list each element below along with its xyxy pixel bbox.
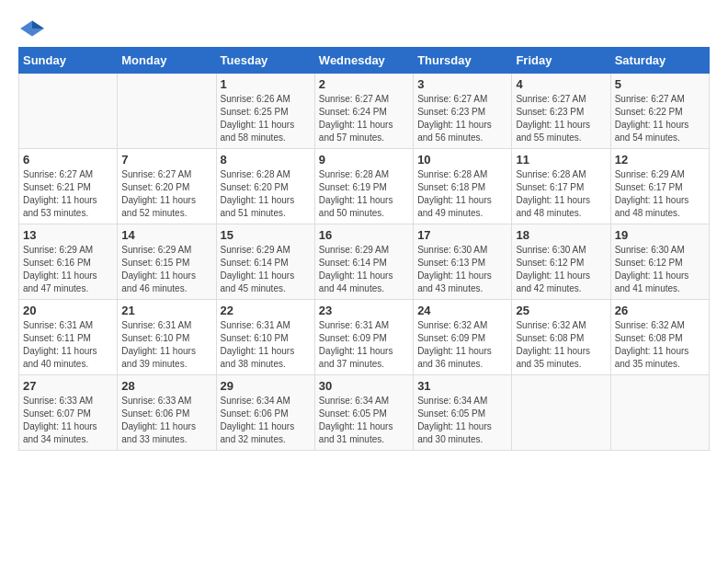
calendar-cell (118, 74, 216, 149)
day-info: Sunrise: 6:26 AM Sunset: 6:25 PM Dayligh… (221, 93, 311, 144)
calendar-week-row: 13Sunrise: 6:29 AM Sunset: 6:16 PM Dayli… (19, 224, 710, 300)
day-number: 14 (121, 228, 211, 242)
day-number: 19 (615, 228, 705, 242)
calendar-cell: 15Sunrise: 6:29 AM Sunset: 6:14 PM Dayli… (216, 224, 314, 300)
day-number: 21 (121, 304, 211, 317)
day-number: 11 (516, 153, 606, 167)
calendar-cell: 31Sunrise: 6:34 AM Sunset: 6:05 PM Dayli… (414, 375, 512, 451)
day-info: Sunrise: 6:31 AM Sunset: 6:11 PM Dayligh… (23, 319, 113, 371)
calendar-cell (610, 375, 709, 451)
calendar-cell: 28Sunrise: 6:33 AM Sunset: 6:06 PM Dayli… (118, 375, 216, 451)
header-day: Tuesday (216, 48, 314, 74)
day-number: 23 (319, 304, 409, 317)
day-info: Sunrise: 6:30 AM Sunset: 6:13 PM Dayligh… (417, 244, 507, 295)
day-number: 20 (23, 304, 113, 317)
calendar-cell: 11Sunrise: 6:28 AM Sunset: 6:17 PM Dayli… (512, 149, 610, 224)
header-row: SundayMondayTuesdayWednesdayThursdayFrid… (19, 48, 710, 74)
header-day: Sunday (19, 48, 118, 74)
calendar-cell: 6Sunrise: 6:27 AM Sunset: 6:21 PM Daylig… (19, 149, 118, 224)
day-info: Sunrise: 6:32 AM Sunset: 6:08 PM Dayligh… (615, 319, 705, 371)
calendar-cell: 12Sunrise: 6:29 AM Sunset: 6:17 PM Dayli… (610, 149, 709, 224)
calendar-cell: 26Sunrise: 6:32 AM Sunset: 6:08 PM Dayli… (610, 300, 709, 375)
header-day: Thursday (414, 48, 512, 74)
calendar-week-row: 20Sunrise: 6:31 AM Sunset: 6:11 PM Dayli… (19, 300, 710, 375)
day-info: Sunrise: 6:33 AM Sunset: 6:07 PM Dayligh… (23, 395, 113, 446)
day-number: 9 (319, 153, 409, 167)
calendar-cell: 8Sunrise: 6:28 AM Sunset: 6:20 PM Daylig… (216, 149, 314, 224)
svg-marker-1 (32, 20, 44, 29)
day-info: Sunrise: 6:28 AM Sunset: 6:18 PM Dayligh… (417, 168, 507, 220)
day-number: 22 (221, 304, 311, 317)
day-info: Sunrise: 6:30 AM Sunset: 6:12 PM Dayligh… (615, 244, 705, 295)
day-info: Sunrise: 6:32 AM Sunset: 6:08 PM Dayligh… (516, 319, 606, 371)
day-info: Sunrise: 6:30 AM Sunset: 6:12 PM Dayligh… (516, 244, 606, 295)
calendar-cell: 22Sunrise: 6:31 AM Sunset: 6:10 PM Dayli… (216, 300, 314, 375)
calendar-week-row: 1Sunrise: 6:26 AM Sunset: 6:25 PM Daylig… (19, 74, 710, 149)
page-header (18, 18, 710, 38)
day-number: 6 (23, 153, 113, 167)
calendar-cell: 21Sunrise: 6:31 AM Sunset: 6:10 PM Dayli… (118, 300, 216, 375)
day-info: Sunrise: 6:34 AM Sunset: 6:06 PM Dayligh… (221, 395, 311, 446)
day-info: Sunrise: 6:33 AM Sunset: 6:06 PM Dayligh… (121, 395, 211, 446)
day-info: Sunrise: 6:27 AM Sunset: 6:21 PM Dayligh… (23, 168, 113, 220)
calendar-week-row: 27Sunrise: 6:33 AM Sunset: 6:07 PM Dayli… (19, 375, 710, 451)
day-info: Sunrise: 6:27 AM Sunset: 6:23 PM Dayligh… (417, 93, 507, 144)
calendar-cell: 25Sunrise: 6:32 AM Sunset: 6:08 PM Dayli… (512, 300, 610, 375)
calendar-cell: 7Sunrise: 6:27 AM Sunset: 6:20 PM Daylig… (118, 149, 216, 224)
day-number: 16 (319, 228, 409, 242)
calendar-week-row: 6Sunrise: 6:27 AM Sunset: 6:21 PM Daylig… (19, 149, 710, 224)
calendar-cell: 24Sunrise: 6:32 AM Sunset: 6:09 PM Dayli… (414, 300, 512, 375)
day-number: 1 (221, 77, 311, 91)
calendar-cell: 13Sunrise: 6:29 AM Sunset: 6:16 PM Dayli… (19, 224, 118, 300)
day-info: Sunrise: 6:31 AM Sunset: 6:09 PM Dayligh… (319, 319, 409, 371)
day-info: Sunrise: 6:27 AM Sunset: 6:20 PM Dayligh… (121, 168, 211, 220)
calendar-cell: 10Sunrise: 6:28 AM Sunset: 6:18 PM Dayli… (414, 149, 512, 224)
day-info: Sunrise: 6:31 AM Sunset: 6:10 PM Dayligh… (121, 319, 211, 371)
day-info: Sunrise: 6:27 AM Sunset: 6:24 PM Dayligh… (319, 93, 409, 144)
day-info: Sunrise: 6:29 AM Sunset: 6:15 PM Dayligh… (121, 244, 211, 295)
day-number: 27 (23, 379, 113, 393)
day-info: Sunrise: 6:31 AM Sunset: 6:10 PM Dayligh… (221, 319, 311, 371)
day-number: 8 (221, 153, 311, 167)
day-info: Sunrise: 6:28 AM Sunset: 6:19 PM Dayligh… (319, 168, 409, 220)
day-number: 4 (516, 77, 606, 91)
calendar-cell: 14Sunrise: 6:29 AM Sunset: 6:15 PM Dayli… (118, 224, 216, 300)
day-info: Sunrise: 6:27 AM Sunset: 6:22 PM Dayligh… (615, 93, 705, 144)
day-number: 24 (417, 304, 507, 317)
calendar-header: SundayMondayTuesdayWednesdayThursdayFrid… (19, 48, 710, 74)
calendar-cell: 5Sunrise: 6:27 AM Sunset: 6:22 PM Daylig… (610, 74, 709, 149)
day-number: 2 (319, 77, 409, 91)
day-info: Sunrise: 6:27 AM Sunset: 6:23 PM Dayligh… (516, 93, 606, 144)
day-info: Sunrise: 6:28 AM Sunset: 6:20 PM Dayligh… (221, 168, 311, 220)
day-info: Sunrise: 6:29 AM Sunset: 6:14 PM Dayligh… (221, 244, 311, 295)
day-number: 18 (516, 228, 606, 242)
header-day: Friday (512, 48, 610, 74)
calendar-cell: 20Sunrise: 6:31 AM Sunset: 6:11 PM Dayli… (19, 300, 118, 375)
calendar-cell: 2Sunrise: 6:27 AM Sunset: 6:24 PM Daylig… (314, 74, 413, 149)
calendar-cell: 29Sunrise: 6:34 AM Sunset: 6:06 PM Dayli… (216, 375, 314, 451)
calendar-cell (19, 74, 118, 149)
header-day: Monday (118, 48, 216, 74)
day-number: 13 (23, 228, 113, 242)
day-info: Sunrise: 6:34 AM Sunset: 6:05 PM Dayligh… (319, 395, 409, 446)
header-day: Wednesday (314, 48, 413, 74)
day-number: 17 (417, 228, 507, 242)
day-number: 10 (417, 153, 507, 167)
day-info: Sunrise: 6:34 AM Sunset: 6:05 PM Dayligh… (417, 395, 507, 446)
calendar-cell: 4Sunrise: 6:27 AM Sunset: 6:23 PM Daylig… (512, 74, 610, 149)
calendar-cell: 23Sunrise: 6:31 AM Sunset: 6:09 PM Dayli… (314, 300, 413, 375)
calendar-cell: 1Sunrise: 6:26 AM Sunset: 6:25 PM Daylig… (216, 74, 314, 149)
calendar-cell: 27Sunrise: 6:33 AM Sunset: 6:07 PM Dayli… (19, 375, 118, 451)
day-number: 28 (121, 379, 211, 393)
day-number: 30 (319, 379, 409, 393)
calendar-cell: 16Sunrise: 6:29 AM Sunset: 6:14 PM Dayli… (314, 224, 413, 300)
day-number: 5 (615, 77, 705, 91)
calendar-cell: 18Sunrise: 6:30 AM Sunset: 6:12 PM Dayli… (512, 224, 610, 300)
logo-icon (18, 19, 46, 38)
day-number: 25 (516, 304, 606, 317)
day-info: Sunrise: 6:29 AM Sunset: 6:14 PM Dayligh… (319, 244, 409, 295)
day-number: 26 (615, 304, 705, 317)
calendar-body: 1Sunrise: 6:26 AM Sunset: 6:25 PM Daylig… (19, 74, 710, 451)
day-number: 7 (121, 153, 211, 167)
day-number: 12 (615, 153, 705, 167)
